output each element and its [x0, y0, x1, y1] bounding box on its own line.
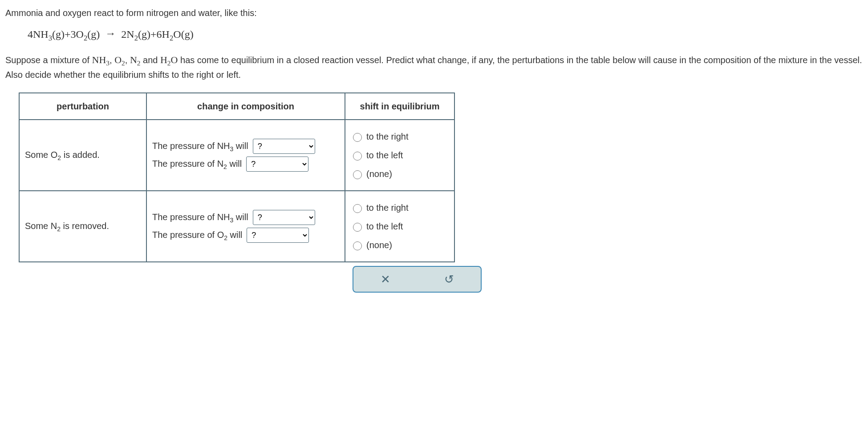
change-select-nh3[interactable]: ? [253, 210, 315, 225]
change-label: The pressure of NH3 will [152, 139, 248, 154]
radio-label: to the right [366, 130, 409, 143]
shift-cell: to the right to the left (none) [345, 191, 454, 262]
radio-label: to the left [366, 220, 403, 233]
shift-cell: to the right to the left (none) [345, 120, 454, 191]
header-perturbation: perturbation [19, 93, 146, 120]
radio-to-right[interactable] [353, 133, 362, 142]
action-button-bar: ✕ ↺ [353, 266, 482, 293]
change-cell: The pressure of NH3 will ? The pressure … [146, 191, 345, 262]
reset-icon: ↺ [444, 273, 454, 286]
intro-line: Ammonia and oxygen react to form nitroge… [5, 6, 863, 20]
radio-to-left[interactable] [353, 223, 362, 232]
problem-body: Suppose a mixture of NH3, O2, N2 and H2O… [5, 52, 863, 82]
perturbation-cell: Some O2 is added. [19, 120, 146, 191]
close-icon: ✕ [381, 273, 390, 286]
reaction-arrow-icon: → [105, 25, 116, 41]
table-row: Some O2 is added. The pressure of NH3 wi… [19, 120, 454, 191]
radio-to-left[interactable] [353, 152, 362, 161]
radio-label: to the left [366, 149, 403, 162]
change-cell: The pressure of NH3 will ? The pressure … [146, 120, 345, 191]
radio-label: to the right [366, 201, 409, 214]
change-label: The pressure of O2 will [152, 228, 242, 243]
reaction-equation: 4NH3(g)+3O2(g) → 2N2(g)+6H2O(g) [28, 26, 863, 44]
change-select-n2[interactable]: ? [246, 157, 308, 172]
equilibrium-table: perturbation change in composition shift… [19, 92, 455, 262]
header-shift: shift in equilibrium [345, 93, 454, 120]
radio-to-right[interactable] [353, 204, 362, 213]
change-label: The pressure of N2 will [152, 157, 242, 172]
reset-button[interactable]: ↺ [442, 271, 456, 288]
change-select-nh3[interactable]: ? [253, 139, 315, 154]
change-select-o2[interactable]: ? [247, 228, 309, 243]
radio-none[interactable] [353, 241, 362, 250]
header-change: change in composition [146, 93, 345, 120]
close-button[interactable]: ✕ [379, 271, 392, 288]
table-row: Some N2 is removed. The pressure of NH3 … [19, 191, 454, 262]
change-label: The pressure of NH3 will [152, 210, 248, 225]
radio-label: (none) [366, 238, 392, 252]
perturbation-cell: Some N2 is removed. [19, 191, 146, 262]
radio-label: (none) [366, 167, 392, 181]
radio-none[interactable] [353, 170, 362, 179]
